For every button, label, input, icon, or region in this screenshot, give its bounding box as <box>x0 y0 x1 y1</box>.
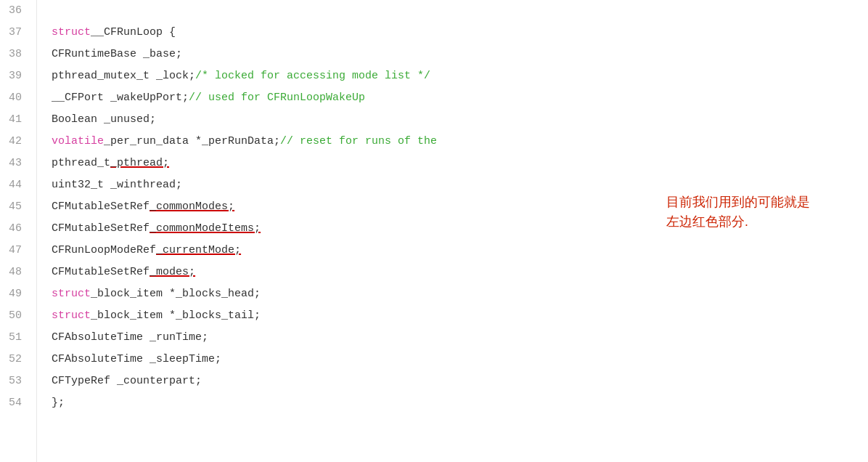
code-span: CFAbsoluteTime _sleepTime; <box>52 351 221 368</box>
code-span: _block_item *_blocks_head; <box>91 285 261 303</box>
code-line: }; <box>52 392 868 414</box>
code-line: CFAbsoluteTime _sleepTime; <box>52 349 868 370</box>
line-number: 52 <box>9 349 28 370</box>
code-span: uint32_t _winthread; <box>52 177 182 194</box>
line-number: 48 <box>9 262 28 283</box>
line-number: 44 <box>9 174 28 196</box>
line-number: 45 <box>9 196 28 218</box>
code-line: struct _block_item *_blocks_tail; <box>52 305 868 327</box>
annotation-line2: 左边红色部分. <box>666 212 810 232</box>
code-span: _commonModes; <box>150 198 234 216</box>
line-number: 39 <box>9 65 28 87</box>
line-number: 50 <box>9 305 28 327</box>
code-container: 36373839404142434445464748495051525354 s… <box>0 0 868 462</box>
code-span: CFAbsoluteTime _runTime; <box>52 329 208 346</box>
code-span: // used for CFRunLoopWakeUp <box>189 89 365 107</box>
code-span: CFRunLoopModeRef <box>52 242 156 259</box>
line-number: 47 <box>9 240 28 262</box>
code-line: volatile _per_run_data *_perRunData; // … <box>52 131 868 153</box>
code-line: struct _block_item *_blocks_head; <box>52 283 868 305</box>
code-span: _pthread; <box>110 155 169 172</box>
code-line: pthread_t _pthread; <box>52 153 868 174</box>
code-span: __CFRunLoop { <box>91 24 176 41</box>
code-span: CFMutableSetRef <box>52 220 150 238</box>
code-line: pthread_mutex_t _lock; /* locked for acc… <box>52 65 868 87</box>
line-number: 53 <box>9 370 28 392</box>
code-span: // reset for runs of the <box>280 133 437 150</box>
line-numbers: 36373839404142434445464748495051525354 <box>0 0 37 462</box>
code-span: _block_item *_blocks_tail; <box>91 307 261 325</box>
line-number: 51 <box>9 327 28 349</box>
line-number: 46 <box>9 218 28 240</box>
line-number: 54 <box>9 392 28 414</box>
code-line: CFAbsoluteTime _runTime; <box>52 327 868 349</box>
code-line <box>52 0 868 22</box>
code-span: pthread_mutex_t _lock; <box>52 68 195 85</box>
line-number: 36 <box>9 0 28 22</box>
code-line: __CFPort _wakeUpPort; // used for CFRunL… <box>52 87 868 109</box>
line-number: 41 <box>9 109 28 131</box>
code-span: _currentMode; <box>156 242 241 259</box>
code-span: CFMutableSetRef <box>52 264 150 281</box>
code-span: CFMutableSetRef <box>52 198 150 216</box>
code-span: Boolean _unused; <box>52 111 156 129</box>
line-number: 43 <box>9 153 28 174</box>
line-number: 49 <box>9 283 28 305</box>
code-line: struct __CFRunLoop { <box>52 22 868 44</box>
line-number: 37 <box>9 22 28 44</box>
annotation: 目前我们用到的可能就是 左边红色部分. <box>666 192 810 232</box>
code-span: _per_run_data *_perRunData; <box>104 133 280 150</box>
code-line: CFTypeRef _counterpart; <box>52 370 868 392</box>
line-number: 40 <box>9 87 28 109</box>
line-number: 42 <box>9 131 28 153</box>
code-span: volatile <box>52 133 104 150</box>
code-line: CFRunLoopModeRef _currentMode; <box>52 240 868 262</box>
code-span: /* locked for accessing mode list */ <box>195 68 430 85</box>
code-content: struct __CFRunLoop { CFRuntimeBase _base… <box>37 0 868 462</box>
code-span: struct <box>52 285 91 303</box>
code-span: CFTypeRef _counterpart; <box>52 373 202 390</box>
code-span: __CFPort _wakeUpPort; <box>52 89 189 107</box>
line-number: 38 <box>9 44 28 65</box>
code-span: CFRuntimeBase _base; <box>52 46 182 63</box>
annotation-line1: 目前我们用到的可能就是 <box>666 192 810 212</box>
code-line: CFMutableSetRef _modes; <box>52 262 868 283</box>
code-span: _modes; <box>150 264 195 281</box>
code-line: Boolean _unused; <box>52 109 868 131</box>
code-line: CFRuntimeBase _base; <box>52 44 868 65</box>
code-span: _commonModeItems; <box>150 220 261 238</box>
code-span: pthread_t <box>52 155 110 172</box>
code-span: struct <box>52 24 91 41</box>
code-span: }; <box>52 394 65 412</box>
code-span: struct <box>52 307 91 325</box>
